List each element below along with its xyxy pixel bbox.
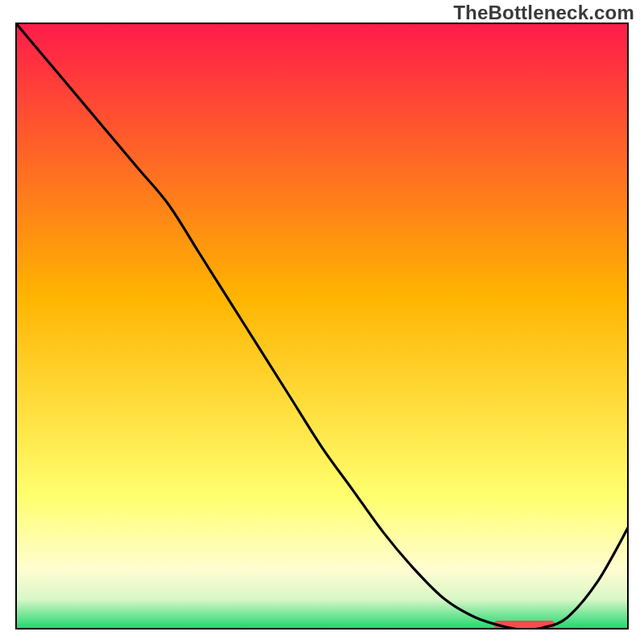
watermark-text: TheBottleneck.com bbox=[453, 2, 634, 24]
chart-svg bbox=[15, 23, 629, 630]
bottleneck-chart bbox=[15, 23, 629, 630]
gradient-background bbox=[15, 23, 629, 630]
